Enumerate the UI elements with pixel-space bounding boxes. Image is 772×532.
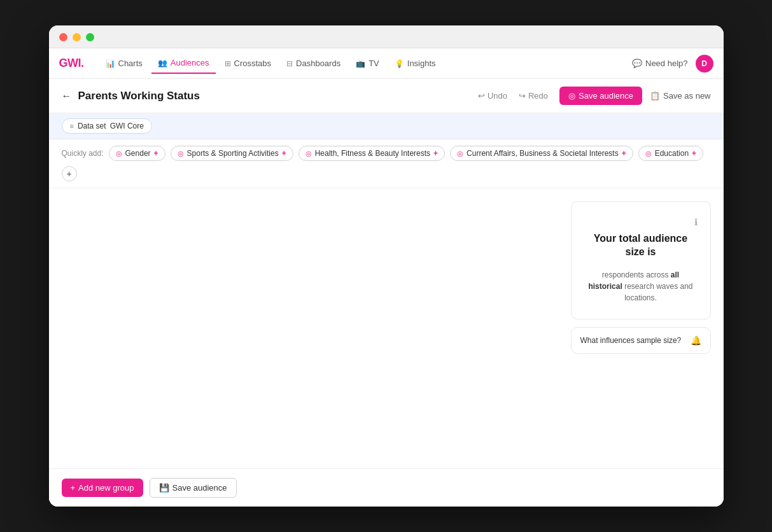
add-more-button[interactable]: + xyxy=(62,166,77,181)
need-help-label: Need help? xyxy=(645,59,688,68)
quick-tag-gender[interactable]: ◎ Gender + xyxy=(109,146,165,161)
save-audience-outline-button[interactable]: 💾 Save audience xyxy=(150,478,237,498)
health-plus-icon: + xyxy=(433,149,438,158)
undo-redo-group: ↩ Undo ↪ Redo xyxy=(474,88,552,103)
window-controls xyxy=(59,33,713,41)
user-avatar[interactable]: D xyxy=(696,55,713,73)
save-as-new-label: Save as new xyxy=(663,91,710,101)
back-button[interactable]: ← xyxy=(62,90,72,102)
page-title: Parents Working Status xyxy=(78,90,200,102)
undo-button[interactable]: ↩ Undo xyxy=(474,88,511,103)
nav-item-tv[interactable]: 📺 TV xyxy=(349,53,386,74)
nav-item-charts[interactable]: 📊 Charts xyxy=(99,53,149,74)
gwi-logo: GWI. xyxy=(59,57,84,70)
undo-icon: ↩ xyxy=(478,91,485,101)
gender-plus-icon: + xyxy=(154,149,158,158)
gender-tag-label: Gender xyxy=(125,149,151,158)
quickly-add-bar: Quickly add: ◎ Gender + ◎ Sports & Sport… xyxy=(49,139,724,188)
current-affairs-plus-icon: + xyxy=(622,149,626,158)
insights-icon: 💡 xyxy=(395,59,404,68)
quickly-add-label: Quickly add: xyxy=(62,149,104,158)
sample-size-label: What influences sample size? xyxy=(580,336,682,345)
audience-desc-end: research waves and locations. xyxy=(624,282,692,302)
main-right-panel: ℹ Your total audience size is respondent… xyxy=(571,201,711,456)
main-content-area xyxy=(62,201,571,456)
audience-size-desc: respondents across all historical resear… xyxy=(584,269,698,304)
add-group-label: Add new group xyxy=(78,483,134,493)
bottom-bar: + Add new group 💾 Save audience xyxy=(49,468,724,507)
nav-label-audiences: Audiences xyxy=(171,58,209,67)
help-icon: 💬 xyxy=(632,59,642,68)
nav-label-dashboards: Dashboards xyxy=(296,59,340,68)
nav-item-audiences[interactable]: 👥 Audiences xyxy=(151,53,216,74)
sports-tag-label: Sports & Sporting Activities xyxy=(187,149,279,158)
add-group-button[interactable]: + Add new group xyxy=(62,479,143,497)
quick-tag-education[interactable]: ◎ Education + xyxy=(638,146,703,161)
save-outline-icon: 💾 xyxy=(159,483,169,493)
save-as-new-icon: 📋 xyxy=(650,91,660,101)
sample-size-icon: 🔔 xyxy=(691,335,701,346)
gender-tag-icon: ◎ xyxy=(116,150,122,158)
nav-bar: GWI. 📊 Charts 👥 Audiences ⊞ Crosstabs ⊟ … xyxy=(49,48,724,79)
main-area: ℹ Your total audience size is respondent… xyxy=(49,188,724,468)
redo-button[interactable]: ↪ Redo xyxy=(515,88,552,103)
nav-label-crosstabs: Crosstabs xyxy=(234,59,272,68)
nav-items: 📊 Charts 👥 Audiences ⊞ Crosstabs ⊟ Dashb… xyxy=(99,53,633,74)
save-outline-label: Save audience xyxy=(172,483,227,493)
save-audience-label: Save audience xyxy=(579,91,633,101)
title-bar xyxy=(49,25,724,48)
sports-plus-icon: + xyxy=(282,149,286,158)
quick-tag-current-affairs[interactable]: ◎ Current Affairs, Business & Societal I… xyxy=(450,146,633,161)
need-help-button[interactable]: 💬 Need help? xyxy=(632,59,688,68)
sports-tag-icon: ◎ xyxy=(178,150,184,158)
audience-size-title: Your total audience size is xyxy=(584,232,698,259)
minimize-button[interactable] xyxy=(73,33,81,41)
audiences-icon: 👥 xyxy=(158,59,167,67)
quick-tag-sports[interactable]: ◎ Sports & Sporting Activities + xyxy=(171,146,293,161)
current-affairs-tag-icon: ◎ xyxy=(457,150,463,158)
sample-size-card[interactable]: What influences sample size? 🔔 xyxy=(571,327,711,354)
page-header: ← Parents Working Status ↩ Undo ↪ Redo ◎ xyxy=(49,79,724,113)
redo-icon: ↪ xyxy=(519,91,526,101)
current-affairs-tag-label: Current Affairs, Business & Societal Int… xyxy=(467,149,619,158)
dashboards-icon: ⊟ xyxy=(286,59,293,68)
charts-icon: 📊 xyxy=(106,59,115,68)
undo-label: Undo xyxy=(488,91,507,101)
maximize-button[interactable] xyxy=(86,33,94,41)
nav-label-charts: Charts xyxy=(118,59,143,68)
education-tag-label: Education xyxy=(655,149,689,158)
save-as-new-button[interactable]: 📋 Save as new xyxy=(650,91,710,101)
audience-size-card: ℹ Your total audience size is respondent… xyxy=(571,201,711,319)
health-tag-label: Health, Fitness & Beauty Interests xyxy=(315,149,430,158)
health-tag-icon: ◎ xyxy=(305,150,312,158)
tv-icon: 📺 xyxy=(356,59,365,68)
nav-label-tv: TV xyxy=(368,59,379,68)
dataset-label: Data set xyxy=(78,122,106,130)
dataset-pill[interactable]: ≡ Data set GWI Core xyxy=(62,118,152,134)
audience-desc-text: respondents across xyxy=(602,270,669,279)
nav-item-crosstabs[interactable]: ⊞ Crosstabs xyxy=(218,53,278,74)
nav-right: 💬 Need help? D xyxy=(632,55,713,73)
page-header-right: ↩ Undo ↪ Redo ◎ Save audience 📋 Save as … xyxy=(474,87,711,105)
education-plus-icon: + xyxy=(692,149,696,158)
save-audience-icon: ◎ xyxy=(568,91,575,101)
nav-label-insights: Insights xyxy=(407,59,436,68)
crosstabs-icon: ⊞ xyxy=(225,59,231,68)
nav-item-insights[interactable]: 💡 Insights xyxy=(388,53,442,74)
nav-item-dashboards[interactable]: ⊟ Dashboards xyxy=(280,53,347,74)
education-tag-icon: ◎ xyxy=(645,150,652,158)
dataset-bar: ≡ Data set GWI Core xyxy=(49,113,724,139)
add-group-icon: + xyxy=(71,483,76,493)
redo-label: Redo xyxy=(528,91,548,101)
mac-window: GWI. 📊 Charts 👥 Audiences ⊞ Crosstabs ⊟ … xyxy=(49,25,724,507)
app-content: ← Parents Working Status ↩ Undo ↪ Redo ◎ xyxy=(49,79,724,507)
quick-tag-health[interactable]: ◎ Health, Fitness & Beauty Interests + xyxy=(298,146,445,161)
save-audience-button[interactable]: ◎ Save audience xyxy=(559,87,642,105)
dataset-icon: ≡ xyxy=(70,122,74,130)
dataset-value: GWI Core xyxy=(110,122,144,130)
info-icon: ℹ xyxy=(584,217,698,227)
close-button[interactable] xyxy=(59,33,67,41)
page-header-left: ← Parents Working Status xyxy=(62,90,200,102)
